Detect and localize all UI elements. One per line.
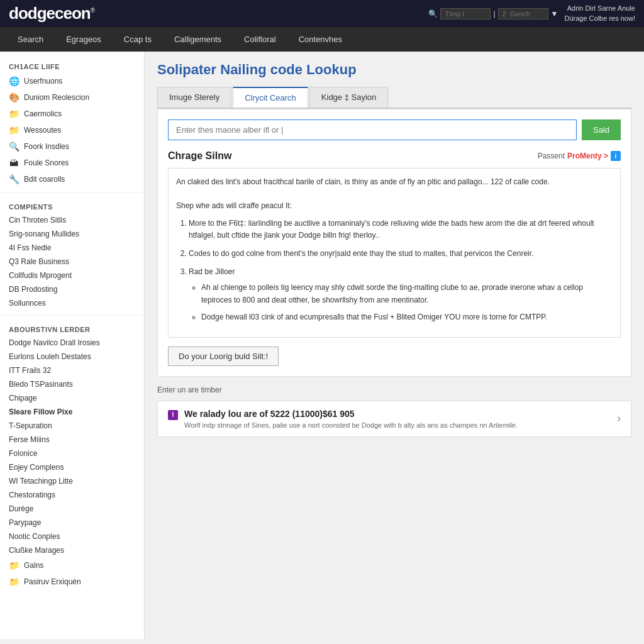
sidebar-label: Pasiruv Erxiquén bbox=[24, 577, 81, 586]
sidebar-label: Duniom Reolescion bbox=[24, 93, 89, 102]
sidebar-item-clutke[interactable]: Clußke Marages bbox=[0, 543, 144, 557]
globe-icon: 🌐 bbox=[9, 76, 19, 86]
dropdown-icon[interactable]: ▼ bbox=[551, 9, 558, 18]
sidebar-item-pasiruv[interactable]: 📁 Pasiruv Erxiquén bbox=[0, 574, 144, 590]
main-layout: CH1ACE LIIFE 🌐 Userfnuons 🎨 Duniom Reole… bbox=[0, 52, 644, 639]
nav-item-colifloral[interactable]: Colifloral bbox=[233, 27, 287, 52]
sidebar-item-4i[interactable]: 4I Fss Nedle bbox=[0, 241, 144, 255]
wrench-icon: 🔧 bbox=[9, 174, 19, 184]
tab-bar: Imuge Sterely Clrycit Cearch Kidge ‡ Say… bbox=[157, 87, 631, 109]
admin-info: Adrin Dirl Sarne Anule Dúrage Colbe res … bbox=[564, 4, 635, 23]
sidebar-item-galns[interactable]: 📁 Galns bbox=[0, 557, 144, 574]
sidebar-item-folonice[interactable]: Folonice bbox=[0, 447, 144, 460]
step-3-subitems: Ah al chienge to polleis tig leency may … bbox=[189, 282, 613, 323]
folder-icon: 📁 bbox=[9, 125, 19, 135]
top-search-area: 🔍 | ▼ bbox=[428, 8, 558, 19]
sidebar-item-sleare[interactable]: Sleare Fillow Pixe bbox=[0, 405, 144, 419]
main-card: Sald Chrage Silnw Passent ProMenty > i A… bbox=[157, 109, 631, 377]
sidebar-item-ferse[interactable]: Ferse Miiins bbox=[0, 433, 144, 447]
alert-icon: I bbox=[168, 410, 178, 420]
folder-icon: 📁 bbox=[9, 577, 19, 587]
sidebar-label: Galns bbox=[24, 561, 43, 570]
tab-kidge-sayion[interactable]: Kidge ‡ Sayion bbox=[309, 87, 388, 108]
sidebar: CH1ACE LIIFE 🌐 Userfnuons 🎨 Duniom Reole… bbox=[0, 52, 145, 639]
passent-link[interactable]: Passent ProMenty > i bbox=[538, 151, 621, 161]
top-search-input-1[interactable] bbox=[440, 8, 491, 19]
alert-box-left: I We ralady lou are of 5222 (11000)$61 9… bbox=[168, 409, 518, 429]
admin-line-1: Adrin Dirl Sarne Anule bbox=[564, 4, 635, 13]
sidebar-item-cin[interactable]: Cin Throten Sitlis bbox=[0, 213, 144, 227]
sidebar-item-wi[interactable]: WI Tetachingp Litte bbox=[0, 474, 144, 488]
sidebar-item-foule[interactable]: 🏔 Foule Snores bbox=[0, 155, 144, 171]
tab-clrycit-cearch[interactable]: Clrycit Cearch bbox=[233, 87, 308, 108]
sidebar-item-parypage[interactable]: Parypage bbox=[0, 516, 144, 530]
sidebar-item-nootic[interactable]: Nootic Conples bbox=[0, 530, 144, 543]
sidebar-item-q3[interactable]: Q3 Rale Business bbox=[0, 255, 144, 269]
sidebar-item-eojey[interactable]: Eojey Complens bbox=[0, 460, 144, 474]
mountain-icon: 🏔 bbox=[9, 158, 19, 168]
nav-item-ccapts[interactable]: Ccap ts bbox=[113, 27, 163, 52]
search-divider: | bbox=[493, 9, 495, 18]
nav-item-egrageos[interactable]: Egrageos bbox=[55, 27, 113, 52]
step-3-subitem-1: Ah al chienge to polleis tig leency may … bbox=[201, 282, 613, 306]
step-1: More to the F6t‡: liarlindling be auctli… bbox=[189, 218, 613, 242]
nav-item-calligements[interactable]: Calligements bbox=[163, 27, 233, 52]
content-heading: Chrage Silnw bbox=[168, 150, 231, 162]
sidebar-item-eurlons[interactable]: Eurlons Louleh Destates bbox=[0, 350, 144, 364]
top-search-input-2[interactable] bbox=[498, 8, 548, 19]
sidebar-label: Foule Snores bbox=[24, 158, 69, 167]
sidebar-item-itt[interactable]: ITT Frails 32 bbox=[0, 364, 144, 377]
alert-desc: Worlf indp stnnage of Sines, palie use a… bbox=[184, 421, 518, 429]
step-3: Rad be Jilloer Ah al chienge to polleis … bbox=[189, 266, 613, 323]
sidebar-item-wessoutes[interactable]: 📁 Wessoutes bbox=[0, 122, 144, 138]
sidebar-item-duniom[interactable]: 🎨 Duniom Reolescion bbox=[0, 89, 144, 106]
content-area: Solipater Nailing code Lookup Imuge Ster… bbox=[145, 52, 644, 639]
steps-list: More to the F6t‡: liarlindling be auctli… bbox=[176, 218, 613, 323]
page-title: Solipater Nailing code Lookup bbox=[157, 62, 631, 78]
folder-icon: 📁 bbox=[9, 560, 19, 570]
sidebar-item-userfnuons[interactable]: 🌐 Userfnuons bbox=[0, 73, 144, 89]
admin-line-2: Dúrage Colbe res now! bbox=[564, 14, 635, 23]
sidebar-item-bdit[interactable]: 🔧 Bdit coarolls bbox=[0, 171, 144, 187]
sidebar-item-tsepuration[interactable]: T-Sepuration bbox=[0, 419, 144, 433]
sidebar-item-srig[interactable]: Srig-sonang Mullides bbox=[0, 227, 144, 241]
sidebar-item-bledo[interactable]: Bledo TSPasinants bbox=[0, 377, 144, 391]
step-2: Codes to do god colne from thent's the o… bbox=[189, 248, 613, 260]
footer-button[interactable]: Do your Loorig buld Silt:! bbox=[168, 347, 279, 366]
description-box: An claked des lint's about fracithcal ba… bbox=[168, 168, 621, 338]
sidebar-item-sollunnces[interactable]: Sollunnces bbox=[0, 296, 144, 310]
info-label: Enter un are timber bbox=[157, 386, 222, 394]
sidebar-item-durage[interactable]: Durège bbox=[0, 502, 144, 516]
logo-sup: ® bbox=[91, 7, 94, 14]
search-button[interactable]: Sald bbox=[582, 119, 621, 140]
chevron-right-icon[interactable]: › bbox=[617, 412, 621, 425]
sidebar-divider-1 bbox=[0, 192, 144, 193]
alert-box[interactable]: I We ralady lou are of 5222 (11000)$61 9… bbox=[157, 401, 631, 437]
folder-icon: 📁 bbox=[9, 109, 19, 119]
sidebar-item-chipage[interactable]: Chipage bbox=[0, 391, 144, 405]
sidebar-label: Userfnuons bbox=[24, 77, 62, 86]
info-icon[interactable]: i bbox=[611, 151, 621, 161]
desc-para: An claked des lint's about fracithcal ba… bbox=[176, 176, 613, 188]
palette-icon: 🎨 bbox=[9, 92, 19, 103]
nav-bar: Search Egrageos Ccap ts Calligements Col… bbox=[0, 27, 644, 52]
sidebar-section-3-title: ABOURSTIVN LERDER bbox=[0, 321, 144, 336]
main-search-input[interactable] bbox=[168, 119, 577, 140]
content-heading-row: Chrage Silnw Passent ProMenty > i bbox=[168, 150, 621, 162]
sidebar-item-foork[interactable]: 🔍 Foork Insdles bbox=[0, 138, 144, 155]
sidebar-item-chestoratings[interactable]: Chestoratings bbox=[0, 488, 144, 502]
search-row: Sald bbox=[168, 119, 621, 140]
pro-label[interactable]: ProMenty > bbox=[567, 152, 608, 160]
sidebar-item-caermolics[interactable]: 📁 Caermolics bbox=[0, 106, 144, 122]
sidebar-section-1-title: CH1ACE LIIFE bbox=[0, 58, 144, 73]
step-intro: Shep whe ads will clraffe peacul It: bbox=[176, 200, 613, 212]
sidebar-item-db[interactable]: DB Prodosting bbox=[0, 282, 144, 296]
sidebar-item-dodge-navilco[interactable]: Dodge Navilco Drall Irosies bbox=[0, 336, 144, 350]
tab-imuge-sterely[interactable]: Imuge Sterely bbox=[157, 87, 231, 108]
nav-item-search[interactable]: Search bbox=[6, 27, 55, 52]
nav-item-contenvhes[interactable]: Contenvhes bbox=[287, 27, 353, 52]
sidebar-label: Bdit coarolls bbox=[24, 175, 65, 184]
sidebar-item-collfudis[interactable]: Collfudis Mprogent bbox=[0, 269, 144, 282]
step-3-text: Rad be Jilloer bbox=[189, 267, 235, 276]
alert-content: We ralady lou are of 5222 (11000)$61 905… bbox=[184, 409, 518, 429]
